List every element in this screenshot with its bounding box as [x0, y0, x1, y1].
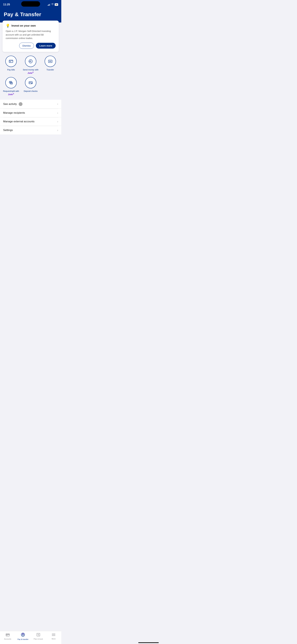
zelle-brand-request: Zelle®: [8, 93, 14, 96]
settings-menu-item[interactable]: Settings ›: [0, 126, 61, 134]
promo-icon: 💡: [6, 24, 10, 28]
manage-external-accounts-chevron: ›: [57, 120, 58, 123]
settings-chevron: ›: [57, 128, 58, 132]
status-icons: 36: [48, 3, 58, 6]
send-money-icon-circle: $: [25, 56, 36, 67]
settings-label: Settings: [3, 128, 13, 132]
learn-more-button[interactable]: Learn more: [36, 43, 56, 48]
page-header: Pay & Transfer: [0, 8, 61, 22]
request-split-icon-circle: [5, 77, 17, 88]
status-bar: 11:25 36: [0, 0, 61, 8]
promo-description: Open a J.P. Morgan Self-Directed Investi…: [6, 30, 56, 40]
transfer-button[interactable]: Transfer: [42, 56, 59, 74]
signal-icon: [48, 4, 50, 6]
status-time: 11:25: [3, 3, 10, 6]
promo-title: Invest on your own: [11, 24, 36, 27]
see-activity-left: See activity: [3, 102, 22, 106]
dynamic-island: [21, 1, 40, 6]
activity-dot: [19, 102, 22, 106]
battery-indicator: 36: [55, 3, 58, 6]
deposit-checks-label: Deposit checks: [24, 90, 37, 92]
see-activity-menu-item[interactable]: See activity ›: [0, 100, 61, 109]
dismiss-button[interactable]: Dismiss: [19, 42, 34, 49]
pay-bills-label: Pay bills: [7, 68, 15, 71]
deposit-checks-icon-circle: [25, 77, 36, 88]
svg-rect-0: [9, 60, 13, 62]
wifi-icon: [51, 3, 54, 6]
manage-recipients-chevron: ›: [57, 111, 58, 114]
transfer-label: Transfer: [46, 68, 54, 71]
manage-external-accounts-menu-item[interactable]: Manage external accounts ›: [0, 118, 61, 126]
promo-actions: Dismiss Learn more: [6, 42, 56, 49]
manage-recipients-menu-item[interactable]: Manage recipients ›: [0, 109, 61, 117]
empty-cell: [42, 77, 59, 96]
manage-external-accounts-label: Manage external accounts: [3, 120, 34, 123]
request-split-button[interactable]: Request/split with Zelle®: [2, 77, 20, 96]
menu-group: See activity › Manage recipients › Manag…: [0, 100, 61, 134]
deposit-checks-button[interactable]: Deposit checks: [22, 77, 39, 96]
request-split-label: Request/split with Zelle®: [2, 90, 20, 96]
pay-bills-button[interactable]: Pay bills: [2, 56, 20, 74]
see-activity-chevron: ›: [57, 102, 58, 106]
action-grid-row2: Request/split with Zelle® Deposit checks: [0, 77, 61, 100]
page-title: Pay & Transfer: [4, 11, 57, 18]
zelle-brand-send: Zelle®: [28, 72, 34, 74]
send-money-label: Send money with Zelle®: [22, 68, 39, 74]
promo-banner: 💡 Invest on your own Open a J.P. Morgan …: [2, 20, 59, 52]
transfer-icon-circle: [45, 56, 56, 67]
svg-text:$: $: [30, 60, 31, 62]
see-activity-label: See activity: [3, 102, 17, 106]
svg-rect-2: [10, 62, 11, 62]
send-money-zelle-button[interactable]: $ Send money with Zelle®: [22, 56, 39, 74]
manage-recipients-label: Manage recipients: [3, 111, 25, 114]
action-grid-row1: Pay bills $ Send money with Zelle®: [0, 52, 61, 77]
pay-bills-icon-circle: [5, 56, 17, 67]
promo-header: 💡 Invest on your own: [6, 24, 56, 28]
